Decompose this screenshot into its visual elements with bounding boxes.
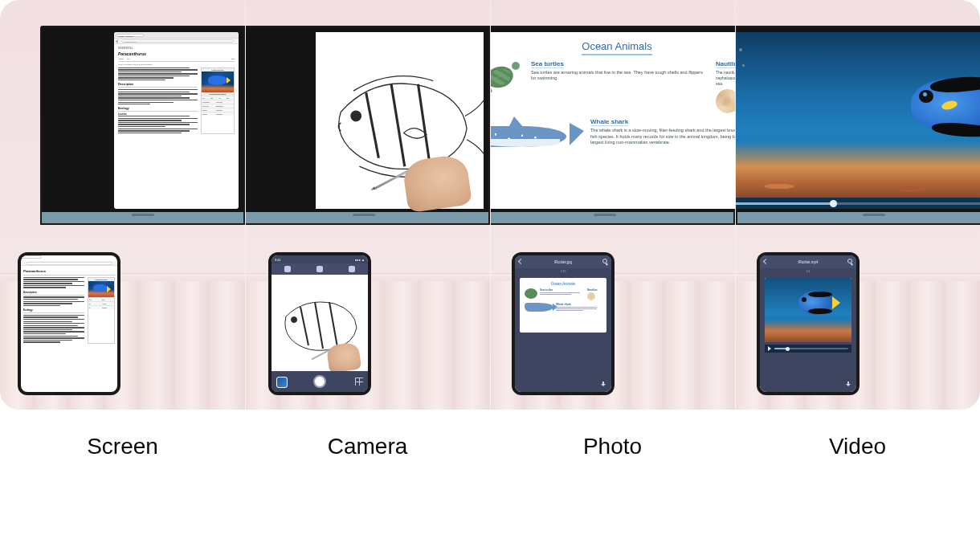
- seaweed-icon: [490, 188, 492, 202]
- photo-preview[interactable]: Ocean Animals Sea turtles Nautilus Whale…: [520, 278, 606, 333]
- caption-photo: Photo: [490, 434, 735, 459]
- tablet-camera: 9:41●●● ▲: [268, 252, 371, 395]
- caption-screen: Screen: [0, 434, 245, 459]
- file-name: iRocket.jpg: [554, 260, 572, 264]
- shutter-button[interactable]: [313, 375, 326, 388]
- browser-tab[interactable]: Suomi - Wikipedia: [116, 34, 144, 37]
- pane-video: iRocket.mp4 1/4: [735, 0, 980, 410]
- infobox: Paracanthurus Conservation status LCNTVU…: [201, 67, 235, 135]
- section-heading: Description: [118, 83, 198, 86]
- back-icon[interactable]: [763, 259, 769, 264]
- video-controls: [765, 345, 851, 353]
- article-title: Paracanthurus: [118, 51, 235, 56]
- caption-camera: Camera: [245, 434, 490, 459]
- shutter-bar: [272, 371, 368, 392]
- pane-camera: 9:41●●● ▲: [245, 0, 490, 410]
- caption-video: Video: [735, 434, 980, 459]
- drawing-canvas: [316, 32, 484, 209]
- camera-toolbar: [272, 263, 368, 275]
- nautilus-heading: Nautilus: [716, 60, 735, 68]
- download-icon[interactable]: [600, 382, 606, 388]
- file-name: iRocket.mp4: [798, 260, 818, 264]
- back-icon[interactable]: [116, 39, 119, 43]
- svg-point-1: [292, 317, 297, 323]
- search-icon[interactable]: [847, 259, 852, 263]
- back-icon[interactable]: [518, 259, 524, 264]
- gallery-thumb[interactable]: [276, 377, 288, 388]
- pane-photo: Ocean Animals Sea turtles Sea turtles ar…: [490, 0, 735, 410]
- nautilus-illustration: [716, 89, 735, 113]
- file-meta: 1/16: [515, 268, 611, 276]
- download-icon[interactable]: [845, 382, 851, 388]
- browser-window: Suomi - Wikipedia en.wikipedia.org WIKIP…: [114, 32, 239, 209]
- grid-icon[interactable]: [355, 378, 363, 386]
- timer-icon[interactable]: [316, 266, 323, 272]
- svg-point-0: [351, 111, 361, 121]
- browser-urlbar[interactable]: en.wikipedia.org: [114, 39, 239, 44]
- search-icon[interactable]: [602, 259, 607, 263]
- monitor-photo: Ocean Animals Sea turtles Sea turtles ar…: [490, 26, 735, 225]
- address-field[interactable]: en.wikipedia.org: [121, 39, 234, 43]
- video-player: [735, 32, 980, 209]
- seek-bar[interactable]: [735, 202, 980, 205]
- monitor-screen: Suomi - Wikipedia en.wikipedia.org WIKIP…: [40, 26, 245, 225]
- turtle-heading: Sea turtles: [531, 60, 564, 68]
- captions-row: Screen Camera Photo Video: [0, 434, 980, 459]
- tablet-video: iRocket.mp4 1/4: [757, 252, 860, 395]
- viewfinder: [272, 275, 368, 371]
- settings-icon[interactable]: [349, 266, 355, 272]
- site-logo: WIKIPEDIA: [118, 47, 235, 50]
- browser-tabs: Suomi - Wikipedia: [114, 32, 239, 39]
- infobox-image: [202, 71, 234, 92]
- turtle-illustration: [490, 60, 523, 94]
- pane-screen: Suomi - Wikipedia en.wikipedia.org WIKIP…: [0, 0, 245, 410]
- file-meta: 1/4: [760, 268, 856, 276]
- seek-bar[interactable]: [774, 348, 848, 349]
- slide-ocean-animals: Ocean Animals Sea turtles Sea turtles ar…: [490, 32, 735, 209]
- monitor-camera: [245, 26, 490, 225]
- tablet-screen: Paracanthurus Description Ecology Paraca…: [18, 252, 120, 395]
- play-icon[interactable]: [768, 346, 771, 351]
- video-preview[interactable]: [765, 278, 851, 342]
- file-header: iRocket.mp4: [760, 255, 856, 268]
- video-controls: [735, 198, 980, 209]
- slide-title: Ocean Animals: [490, 40, 735, 52]
- shark-heading: Whale shark: [590, 118, 628, 126]
- tablet-photo: iRocket.jpg 1/16 Ocean Animals Sea turtl…: [512, 252, 615, 395]
- status-bar: 9:41●●● ▲: [272, 255, 368, 263]
- blue-tang-fish: [898, 72, 980, 141]
- flash-icon[interactable]: [284, 266, 291, 272]
- monitor-video: [736, 26, 980, 225]
- shark-illustration: [490, 118, 582, 153]
- file-header: iRocket.jpg: [515, 255, 611, 268]
- section-heading: Ecology: [118, 107, 198, 110]
